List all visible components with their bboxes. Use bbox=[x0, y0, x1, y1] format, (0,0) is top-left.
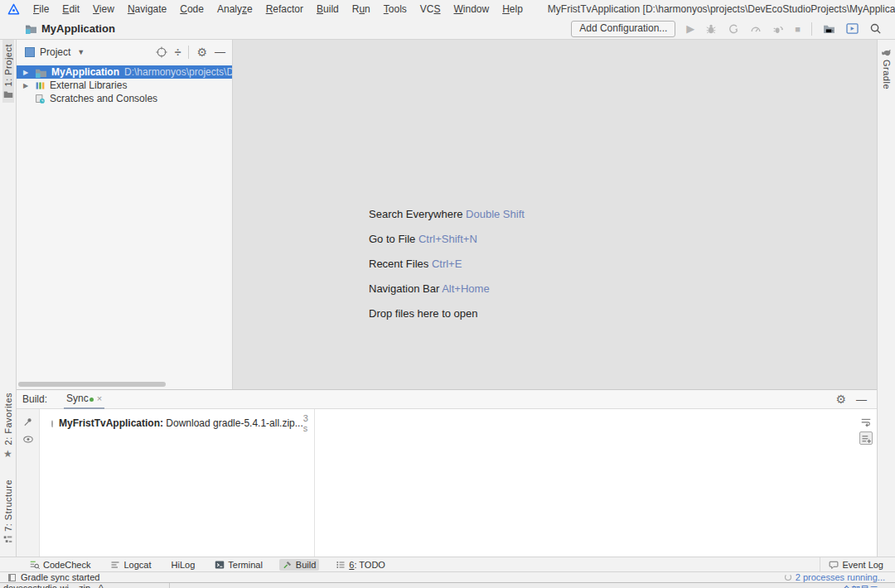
todo-icon bbox=[336, 560, 346, 570]
tree-node-label: Scratches and Consoles bbox=[50, 93, 157, 104]
sdk-manager-icon[interactable] bbox=[823, 23, 835, 34]
sidebar-item-gradle[interactable]: Gradle bbox=[880, 43, 893, 94]
menu-file[interactable]: File bbox=[27, 0, 56, 18]
window-title: MyFristTvApplication [D:\harmonyos\proje… bbox=[548, 3, 895, 15]
background-processes[interactable]: 2 processes running... bbox=[785, 572, 885, 582]
sidebar-item-favorites[interactable]: 2: Favorites★ bbox=[2, 388, 14, 464]
profile-icon[interactable] bbox=[750, 23, 762, 35]
close-tab-icon[interactable]: × bbox=[97, 393, 102, 403]
toolwindow-button-label: Terminal bbox=[228, 560, 263, 570]
shortcut-keys: Double Shift bbox=[466, 208, 525, 220]
toolwindow-button-label: Build bbox=[296, 560, 316, 570]
attach-debugger-icon[interactable] bbox=[728, 23, 739, 35]
gear-icon[interactable]: ⚙ bbox=[835, 393, 846, 406]
right-tool-stripe: Gradle bbox=[877, 40, 895, 557]
expand-arrow-icon[interactable]: ▶ bbox=[23, 82, 35, 89]
menu-vcs[interactable]: VCS bbox=[414, 0, 448, 18]
expand-arrow-icon[interactable]: ▶ bbox=[23, 69, 35, 76]
codecheck-icon bbox=[30, 560, 40, 570]
status-message-group: Gradle sync started bbox=[8, 572, 99, 582]
stop-icon[interactable]: ■ bbox=[795, 24, 801, 34]
toolwindow-toggle-icon[interactable] bbox=[8, 574, 16, 581]
left-tool-stripe: 1: Project 2: Favorites★7: Structure bbox=[0, 40, 17, 557]
progress-spinner-icon bbox=[51, 420, 53, 427]
menu-navigate[interactable]: Navigate bbox=[121, 0, 173, 18]
hammer-icon bbox=[283, 560, 293, 570]
sidebar-item-project[interactable]: 1: Project bbox=[2, 40, 14, 103]
menu-edit[interactable]: Edit bbox=[56, 0, 86, 18]
pin-icon[interactable] bbox=[22, 417, 33, 427]
shortcut-action: Navigation Bar bbox=[369, 282, 442, 295]
toolwindow-button-hilog[interactable]: HiLog bbox=[168, 559, 199, 571]
tree-node-label: External Libraries bbox=[50, 80, 127, 91]
run-icon[interactable]: ▶ bbox=[686, 22, 694, 35]
project-panel-title: Project bbox=[40, 46, 70, 58]
device-manager-icon[interactable] bbox=[846, 23, 859, 34]
menu-refactor[interactable]: Refactor bbox=[259, 0, 310, 18]
toolbar-separator bbox=[811, 22, 812, 36]
restart-debug-icon[interactable] bbox=[772, 23, 784, 35]
menu-help[interactable]: Help bbox=[496, 0, 530, 18]
toolwindow-button-6todo[interactable]: 6: TODO bbox=[332, 559, 389, 571]
menu-run[interactable]: Run bbox=[346, 0, 377, 18]
project-stripe-label: 1: Project bbox=[3, 44, 13, 86]
menu-bar: FileEditViewNavigateCodeAnalyzeRefactorB… bbox=[27, 0, 530, 18]
build-output-tree: MyFristTvApplication: Download gradle-5.… bbox=[40, 409, 315, 557]
build-tool-window: Build: Sync × ⚙ — MyFristTvApplication: … bbox=[17, 389, 877, 557]
download-filename: devecostudio-wi....zip bbox=[3, 583, 90, 588]
add-configuration-button[interactable]: Add Configuration... bbox=[571, 21, 675, 37]
favorites-icon: ★ bbox=[3, 448, 12, 460]
title-bar: FileEditViewNavigateCodeAnalyzeRefactorB… bbox=[0, 0, 895, 18]
header-separator bbox=[188, 46, 189, 59]
tree-row[interactable]: Scratches and Consoles bbox=[17, 92, 232, 105]
terminal-icon bbox=[215, 560, 225, 570]
build-settings-icon[interactable] bbox=[859, 431, 873, 445]
menu-window[interactable]: Window bbox=[447, 0, 496, 18]
project-view-selector[interactable]: Project ▼ bbox=[25, 46, 85, 58]
status-bar: Gradle sync started 2 processes running.… bbox=[0, 571, 895, 582]
menu-tools[interactable]: Tools bbox=[377, 0, 414, 18]
toolwindow-button-codecheck[interactable]: CodeCheck bbox=[27, 559, 94, 571]
collapse-all-icon[interactable]: ÷ bbox=[175, 46, 181, 59]
project-panel: Project ▼ ÷ ⚙ — ▶MyApplicationD:\harmony… bbox=[17, 40, 233, 389]
breadcrumb[interactable]: MyApplication bbox=[25, 22, 115, 35]
toolwindow-button-build[interactable]: Build bbox=[279, 559, 319, 571]
show-all-downloads-link[interactable]: 全部显示 bbox=[842, 583, 878, 588]
menu-view[interactable]: View bbox=[86, 0, 121, 18]
event-log-button[interactable]: Event Log bbox=[820, 557, 895, 571]
tree-row[interactable]: ▶MyApplicationD:\harmonyos\projects\DevE… bbox=[17, 65, 232, 79]
gear-icon[interactable]: ⚙ bbox=[196, 46, 207, 59]
toolwindow-button-terminal[interactable]: Terminal bbox=[211, 559, 266, 571]
shortcut-hint: Drop files here to open bbox=[369, 301, 525, 326]
project-tree: ▶MyApplicationD:\harmonyos\projects\DevE… bbox=[17, 65, 232, 105]
build-task-row[interactable]: MyFristTvApplication: Download gradle-5.… bbox=[40, 412, 314, 435]
balloon-icon bbox=[829, 560, 839, 570]
menu-code[interactable]: Code bbox=[173, 0, 210, 18]
main-toolbar: MyApplication Add Configuration... ▶ ■ bbox=[0, 18, 895, 40]
eye-icon[interactable] bbox=[22, 435, 34, 444]
tree-row[interactable]: ▶External Libraries bbox=[17, 79, 232, 92]
download-expand-icon[interactable]: ^ bbox=[99, 583, 103, 588]
download-item[interactable]: devecostudio-wi....zip ^ bbox=[0, 583, 170, 588]
search-icon[interactable] bbox=[869, 22, 882, 35]
shortcut-hint: Go to File Ctrl+Shift+N bbox=[369, 227, 525, 252]
bottom-tool-bar: CodeCheckLogcatHiLogTerminalBuild6: TODO… bbox=[0, 557, 895, 571]
locate-file-icon[interactable] bbox=[156, 46, 167, 58]
build-task-duration: 3 s bbox=[303, 413, 308, 433]
shortcut-action: Search Everywhere bbox=[369, 208, 466, 220]
editor-area: Search Everywhere Double ShiftGo to File… bbox=[233, 40, 877, 389]
debug-icon[interactable] bbox=[705, 23, 717, 35]
gradle-icon bbox=[881, 47, 892, 56]
hide-panel-icon[interactable]: — bbox=[856, 393, 867, 406]
soft-wrap-icon[interactable] bbox=[860, 416, 872, 427]
menu-build[interactable]: Build bbox=[310, 0, 346, 18]
toolwindow-button-label: 6: TODO bbox=[349, 560, 385, 570]
menu-analyze[interactable]: Analyze bbox=[210, 0, 259, 18]
horizontal-scrollbar[interactable] bbox=[18, 382, 166, 387]
sidebar-item-structure[interactable]: 7: Structure bbox=[2, 475, 14, 548]
project-view-icon bbox=[25, 47, 35, 57]
shortcut-hint: Recent Files Ctrl+E bbox=[369, 252, 525, 277]
toolwindow-button-logcat[interactable]: Logcat bbox=[107, 559, 154, 571]
tab-sync[interactable]: Sync × bbox=[64, 390, 104, 409]
hide-panel-icon[interactable]: — bbox=[215, 46, 225, 58]
